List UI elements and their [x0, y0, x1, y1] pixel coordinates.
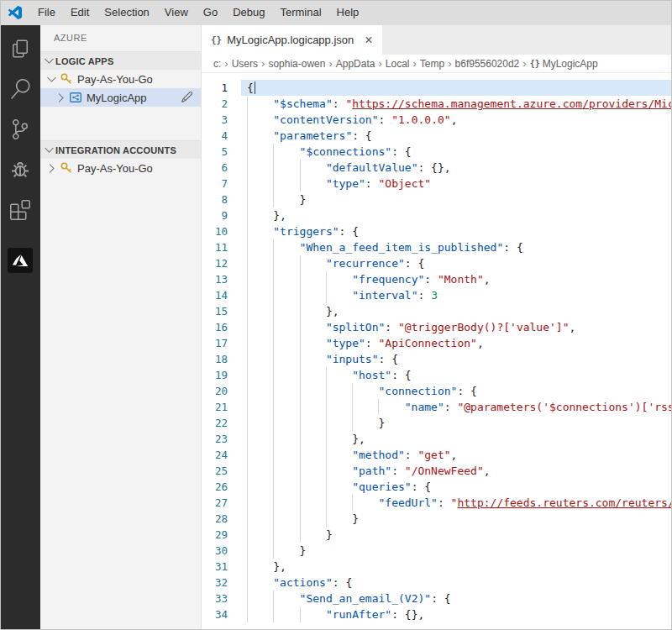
- code-line[interactable]: 20"connection": {: [202, 383, 672, 399]
- menu-item-help[interactable]: Help: [329, 0, 367, 25]
- breadcrumb-item-appdata[interactable]: AppData: [334, 58, 377, 70]
- code-line-content: "Send_an_email_(V2)": {: [241, 591, 672, 606]
- code-line[interactable]: 21"name": "@parameters('$connections')['…: [202, 399, 672, 415]
- code-line[interactable]: 29}: [202, 527, 672, 543]
- workbench: AZURE LOGIC APPSPay-As-You-GoMyLogicAppI…: [0, 25, 672, 630]
- indent-guide: [247, 399, 273, 415]
- tab-close-icon[interactable]: ×: [365, 34, 372, 47]
- tree-item-pay-as-you-go[interactable]: Pay-As-You-Go: [40, 159, 201, 177]
- indent-guide: [247, 591, 273, 606]
- indent-guide: [247, 223, 273, 239]
- breadcrumb-item-users[interactable]: Users: [230, 58, 260, 70]
- menu-item-view[interactable]: View: [157, 0, 196, 25]
- tab-label: MyLogicApp.logicapp.json: [227, 34, 354, 46]
- code-line[interactable]: 30}: [202, 543, 672, 559]
- tab-mylogicapp[interactable]: {} MyLogicApp.logicapp.json ×: [202, 25, 382, 55]
- code-line[interactable]: 9},: [202, 207, 672, 223]
- code-line[interactable]: 6"defaultValue": {},: [202, 160, 672, 176]
- breadcrumb-item-mylogicapp[interactable]: {}MyLogicApp: [528, 58, 600, 70]
- breadcrumb-item-temp[interactable]: Temp: [418, 58, 446, 70]
- code-line[interactable]: 4"parameters": {: [202, 128, 672, 144]
- breadcrumb-separator: ›: [446, 57, 453, 70]
- code-line[interactable]: 8}: [202, 192, 672, 207]
- code-line[interactable]: 31},: [202, 559, 672, 575]
- menu-item-debug[interactable]: Debug: [225, 0, 272, 25]
- code-line[interactable]: 1{: [202, 80, 672, 96]
- code-line-content: "actions": {: [241, 575, 672, 591]
- code-line[interactable]: 24"method": "get",: [202, 447, 672, 463]
- code-line[interactable]: 12"recurrence": {: [202, 255, 672, 271]
- line-number: 11: [202, 239, 241, 255]
- indent-guide: [247, 351, 273, 367]
- tree-item-pay-as-you-go[interactable]: Pay-As-You-Go: [40, 70, 201, 88]
- code-line[interactable]: 17"type": "ApiConnection",: [202, 335, 672, 351]
- code-line[interactable]: 11"When_a_feed_item_is_published": {: [202, 239, 672, 255]
- code-line[interactable]: 16"splitOn": "@triggerBody()?['value']",: [202, 319, 672, 335]
- activity-extensions-icon[interactable]: [0, 190, 40, 230]
- code-token: : {: [379, 353, 398, 365]
- menu-item-go[interactable]: Go: [196, 0, 225, 25]
- code-token: : {: [503, 241, 522, 254]
- code-line[interactable]: 14"interval": 3: [202, 287, 672, 303]
- code-token: :: [417, 289, 431, 302]
- code-line[interactable]: 5"$connections": {: [202, 144, 672, 160]
- indent-guide: [273, 255, 299, 271]
- code-line[interactable]: 25"path": "/OnNewFeed",: [202, 463, 672, 479]
- indent-guide: [247, 543, 273, 559]
- indent-guide: [273, 160, 299, 176]
- menu-item-file[interactable]: File: [30, 0, 63, 25]
- activity-explorer-icon[interactable]: [0, 29, 40, 69]
- activity-debug-icon[interactable]: [0, 150, 40, 190]
- indent-guide: [247, 463, 273, 479]
- menu-item-edit[interactable]: Edit: [63, 0, 97, 25]
- tab-bar: {} MyLogicApp.logicapp.json ×: [202, 25, 672, 55]
- code-line[interactable]: 34"runAfter": {},: [202, 606, 672, 622]
- code-editor[interactable]: 1{2"$schema": "https://schema.management…: [202, 73, 672, 630]
- tree-item-mylogicapp[interactable]: MyLogicApp: [40, 88, 201, 107]
- code-line[interactable]: 2"$schema": "https://schema.management.a…: [202, 96, 672, 112]
- code-line[interactable]: 22}: [202, 415, 672, 431]
- code-token: "path": [352, 465, 391, 477]
- code-line[interactable]: 19"host": {: [202, 367, 672, 383]
- indent-guide: [247, 383, 273, 399]
- breadcrumb-item-local[interactable]: Local: [384, 58, 412, 70]
- code-token: {: [247, 81, 254, 94]
- line-number: 19: [202, 367, 241, 383]
- menu-item-terminal[interactable]: Terminal: [272, 0, 328, 25]
- code-line[interactable]: 27"feedUrl": "http://feeds.reuters.com/r…: [202, 495, 672, 511]
- code-token: },: [352, 433, 365, 445]
- indent-guide: [300, 176, 326, 192]
- activity-search-icon[interactable]: [0, 69, 40, 109]
- breadcrumb-item-sophia-owen[interactable]: sophia-owen: [266, 58, 327, 70]
- source-control-icon: [10, 119, 30, 139]
- indent-guide: [273, 367, 299, 383]
- activity-source-control-icon[interactable]: [0, 109, 40, 150]
- section-header-logic-apps[interactable]: LOGIC APPS: [40, 51, 201, 70]
- indent-guide: [273, 303, 299, 319]
- line-number: 23: [202, 431, 241, 447]
- code-line[interactable]: 18"inputs": {: [202, 351, 672, 367]
- code-line[interactable]: 28}: [202, 511, 672, 527]
- indent-guide: [273, 495, 299, 511]
- code-line[interactable]: 23},: [202, 431, 672, 447]
- section-header-integration-accounts[interactable]: INTEGRATION ACCOUNTS: [40, 140, 201, 159]
- json-braces-icon: {}: [530, 59, 540, 68]
- breadcrumb-item-c[interactable]: c:: [212, 58, 223, 70]
- breadcrumb-item-b6f9556020d2[interactable]: b6f9556020d2: [454, 58, 522, 70]
- code-line[interactable]: 3"contentVersion": "1.0.0.0",: [202, 112, 672, 128]
- pencil-icon[interactable]: [181, 91, 194, 104]
- indent-guide: [247, 144, 273, 160]
- activity-azure-icon[interactable]: [0, 240, 40, 281]
- code-line[interactable]: 26"queries": {: [202, 479, 672, 495]
- menu-item-selection[interactable]: Selection: [97, 0, 156, 25]
- indent-guide: [300, 415, 326, 431]
- code-line[interactable]: 10"triggers": {: [202, 223, 672, 239]
- code-line[interactable]: 32"actions": {: [202, 575, 672, 591]
- code-line[interactable]: 15},: [202, 303, 672, 319]
- code-line[interactable]: 33"Send_an_email_(V2)": {: [202, 591, 672, 606]
- code-line-content: }: [241, 543, 672, 559]
- code-line[interactable]: 13"frequency": "Month",: [202, 271, 672, 287]
- indent-guide: [300, 335, 326, 351]
- line-number: 34: [202, 606, 241, 622]
- code-line[interactable]: 7"type": "Object": [202, 176, 672, 192]
